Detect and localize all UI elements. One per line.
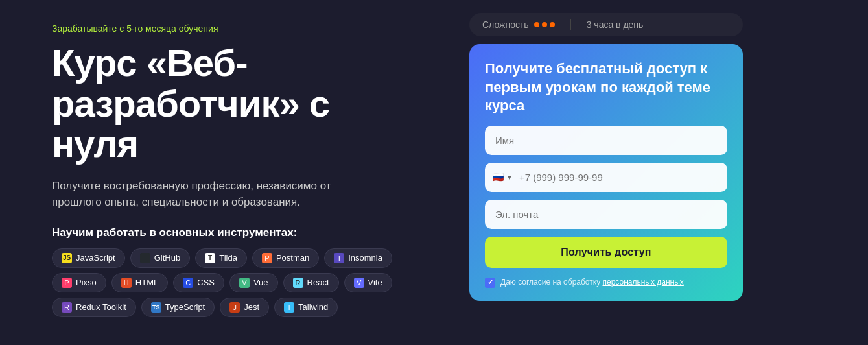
phone-input[interactable]	[519, 163, 727, 192]
dot-2	[542, 22, 547, 27]
tool-badge: PPostman	[252, 248, 319, 268]
tool-badge: TTilda	[195, 248, 247, 268]
tool-label: Postman	[276, 253, 309, 263]
tool-label: TypeScript	[165, 302, 205, 312]
tool-label: Vue	[253, 278, 268, 287]
dot-1	[534, 22, 539, 27]
tool-label: CSS	[197, 278, 215, 287]
right-panel: Сложность 3 часа в день Получите бесплат…	[454, 0, 758, 345]
name-input[interactable]	[485, 126, 727, 155]
tool-label: GitHub	[154, 253, 180, 263]
consent-prefix: Даю согласие на обработку	[500, 278, 602, 287]
difficulty-text: Сложность	[482, 19, 529, 30]
difficulty-dots	[534, 22, 555, 27]
tool-badge: VVue	[229, 273, 278, 292]
tool-label: Jest	[244, 302, 259, 312]
tool-label: Tilda	[219, 253, 237, 263]
dot-3	[550, 22, 555, 27]
tool-icon: R	[293, 278, 303, 288]
tool-label: Redux Toolkit	[76, 302, 126, 312]
tool-icon: P	[262, 253, 272, 263]
tool-badge: TSTypeScript	[141, 298, 215, 317]
page-wrapper: Зарабатывайте с 5-го месяца обучения Кур…	[0, 0, 868, 345]
phone-row: 🇷🇺 ▼	[485, 163, 727, 192]
tool-badge: JJest	[220, 298, 269, 317]
submit-button[interactable]: Получить доступ	[485, 237, 727, 268]
tool-icon: P	[62, 278, 72, 288]
tool-badge: JSJavaScript	[52, 248, 125, 268]
time-label: 3 часа в день	[587, 19, 644, 30]
consent-link[interactable]: персональных данных	[602, 278, 683, 287]
flag-emoji: 🇷🇺	[493, 172, 504, 182]
tools-heading: Научим работать в основных инструментах:	[52, 226, 423, 239]
tools-grid: JSJavaScriptGitHubTTildaPPostmanIInsomni…	[52, 248, 415, 317]
tagline: Зарабатывайте с 5-го месяца обучения	[52, 23, 423, 34]
tool-label: Pixso	[76, 278, 97, 287]
tool-icon	[140, 253, 150, 263]
tool-icon: R	[62, 302, 72, 313]
tool-label: HTML	[135, 278, 158, 287]
separator	[570, 19, 571, 30]
email-input[interactable]	[485, 200, 727, 229]
phone-flag[interactable]: 🇷🇺 ▼	[485, 172, 519, 182]
tool-icon: C	[183, 278, 193, 288]
tool-badge: TTailwind	[274, 298, 338, 317]
tool-label: Vite	[368, 278, 382, 287]
tool-icon: V	[239, 278, 250, 288]
dropdown-arrow: ▼	[506, 174, 513, 181]
tool-badge: IInsomnia	[324, 248, 392, 268]
tool-badge: PPixso	[52, 273, 106, 292]
consent-text: Даю согласие на обработку персональных д…	[500, 277, 684, 288]
tool-label: Tailwind	[298, 302, 328, 312]
difficulty-bar: Сложность 3 часа в день	[469, 13, 743, 36]
tool-icon: T	[205, 253, 215, 263]
consent-checkbox[interactable]	[485, 278, 495, 288]
left-content: Зарабатывайте с 5-го месяца обучения Кур…	[0, 0, 454, 345]
form-title: Получите бесплатный доступ к первым урок…	[485, 60, 727, 115]
subtitle: Получите востребованную профессию, незав…	[52, 178, 363, 211]
tool-badge: CCSS	[173, 273, 224, 292]
tool-icon: V	[354, 278, 364, 288]
main-title: Курс «Веб-разработчик» с нуля	[52, 43, 423, 165]
tool-label: React	[307, 278, 329, 287]
tool-label: Insomnia	[348, 253, 382, 263]
tool-badge: RReact	[283, 273, 339, 292]
difficulty-section: Сложность	[482, 19, 555, 30]
tool-icon: I	[334, 253, 344, 263]
tool-icon: T	[284, 302, 294, 313]
tool-badge: HHTML	[111, 273, 168, 292]
form-card: Получите бесплатный доступ к первым урок…	[469, 44, 743, 301]
tool-icon: J	[229, 302, 240, 313]
tool-badge: GitHub	[130, 248, 190, 268]
tool-icon: TS	[151, 302, 161, 313]
consent-row: Даю согласие на обработку персональных д…	[485, 277, 727, 288]
tool-badge: RRedux Toolkit	[52, 298, 136, 317]
tool-badge: VVite	[344, 273, 392, 292]
tool-icon: JS	[62, 253, 72, 263]
tool-label: JavaScript	[76, 253, 115, 263]
tool-icon: H	[121, 278, 132, 288]
